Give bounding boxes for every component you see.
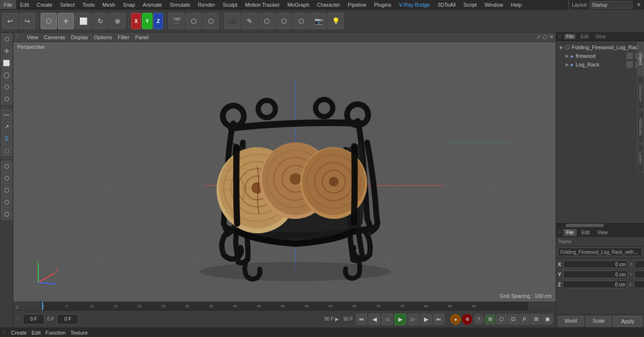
- attr-z-pos[interactable]: [563, 281, 627, 288]
- menu-item-sculpt[interactable]: Sculpt: [219, 0, 241, 9]
- attr-y-pos[interactable]: [563, 271, 628, 278]
- next-key-btn[interactable]: ▷: [407, 314, 419, 325]
- mat-menu-create[interactable]: Create: [11, 330, 27, 336]
- obj-hscroll-thumb[interactable]: [566, 224, 604, 227]
- scheme-btn[interactable]: ⊡: [508, 314, 518, 325]
- cube-tool[interactable]: ⬛: [224, 13, 240, 29]
- menu-item-mograph[interactable]: MoGraph: [284, 0, 313, 9]
- x-axis-btn[interactable]: X: [131, 13, 141, 29]
- viewport-icon-close[interactable]: ✕: [549, 34, 554, 40]
- motion-btn[interactable]: ?: [473, 314, 484, 325]
- menu-item-help[interactable]: Help: [507, 0, 526, 9]
- tree-item-root[interactable]: ▶ ⬡ Folding_Firewood_Log_Rack_with...: [558, 43, 642, 52]
- next-frame-btn[interactable]: ▶: [420, 314, 432, 325]
- rotate-tool[interactable]: ↻: [92, 13, 109, 29]
- mat-menu-function[interactable]: Function: [45, 330, 65, 336]
- y-axis-btn[interactable]: Y: [142, 13, 152, 29]
- viewport-menu-cameras[interactable]: Cameras: [44, 34, 65, 40]
- record-btn[interactable]: ●: [450, 314, 461, 325]
- menu-item-edit[interactable]: Edit: [16, 0, 33, 9]
- spline-tool[interactable]: ⬡: [276, 13, 292, 29]
- strip-layers-tab[interactable]: Layers: [637, 144, 644, 173]
- attr-name-value[interactable]: Folding_Firewood_Log_Rack_with...: [558, 248, 642, 256]
- redo-button[interactable]: ↪: [19, 13, 35, 29]
- menu-item-mesh[interactable]: Mesh: [98, 0, 119, 9]
- character-tool[interactable]: ⬡: [1, 196, 12, 208]
- menu-item-window[interactable]: Window: [480, 0, 507, 9]
- attr-y-size[interactable]: [634, 271, 644, 278]
- 3d-viewport[interactable]: X Y Z Perspective Grid Spacing : 100 cm: [13, 42, 556, 302]
- motion-track[interactable]: ⬡: [1, 173, 12, 184]
- timeline-btn[interactable]: ⊞: [485, 314, 495, 325]
- uv-mode[interactable]: ⬡: [1, 93, 12, 105]
- render-to-picture-viewer[interactable]: 🎬: [168, 13, 185, 29]
- menu-item-select[interactable]: Select: [56, 0, 79, 9]
- menu-item-character[interactable]: Character: [313, 0, 344, 9]
- menu-item-simulate[interactable]: Simulate: [166, 0, 194, 9]
- strip-structure-tab[interactable]: Structure: [637, 76, 644, 109]
- strip-object-tab[interactable]: Object: [637, 42, 644, 76]
- timeline-ruler[interactable]: ⠿ 0 5 10 15 20 25 30 35 40 45 50: [13, 302, 556, 310]
- goto-start-btn[interactable]: ⏮: [356, 314, 367, 325]
- menu-item-render[interactable]: Render: [194, 0, 219, 9]
- select-tool[interactable]: ⬡: [41, 13, 57, 29]
- render-region[interactable]: ⬡: [186, 13, 202, 29]
- soft-select[interactable]: S: [1, 133, 12, 144]
- prev-frame-btn[interactable]: ◀: [369, 314, 380, 325]
- layer-tool[interactable]: ⬡: [1, 185, 12, 196]
- snap-tool[interactable]: —: [1, 109, 12, 120]
- current-frame-input[interactable]: [23, 314, 44, 325]
- viewport-menu-filter[interactable]: Filter: [118, 34, 129, 40]
- menu-item-plugins[interactable]: Plugins: [370, 0, 395, 9]
- motion-mode-btn[interactable]: P: [519, 314, 530, 325]
- menu-item-tools[interactable]: Tools: [78, 0, 98, 9]
- light-tool[interactable]: 💡: [327, 13, 344, 29]
- obj-tab-file[interactable]: File: [564, 34, 576, 39]
- tree-item-log-rack[interactable]: ▶ ▸ Log_Rack: [558, 60, 642, 69]
- axis-tool[interactable]: ↗: [1, 121, 12, 132]
- viewport-menu-options[interactable]: Options: [94, 34, 112, 40]
- close-icon[interactable]: ✕: [636, 1, 641, 8]
- attr-z-size[interactable]: [634, 281, 644, 288]
- render-active[interactable]: ⬡: [203, 13, 219, 29]
- poly-pen[interactable]: ⬡: [1, 161, 12, 172]
- layout-dropdown[interactable]: Startup: [589, 1, 633, 9]
- camera-tool[interactable]: 📷: [310, 13, 327, 29]
- goto-end-btn[interactable]: ⏭: [433, 314, 445, 325]
- object-tool[interactable]: ⊕: [109, 13, 126, 29]
- mat-menu-edit[interactable]: Edit: [32, 330, 41, 336]
- apply-button[interactable]: Apply: [613, 316, 642, 326]
- menu-item-3dtoall[interactable]: 3DToAll: [434, 0, 459, 9]
- pen-tool[interactable]: ✎: [241, 13, 258, 29]
- menu-item-animate[interactable]: Animate: [139, 0, 166, 9]
- mesh-edit[interactable]: ✛: [1, 45, 12, 57]
- viewport-menu-display[interactable]: Display: [71, 34, 88, 40]
- model-mode[interactable]: ⬡: [1, 33, 12, 45]
- viewport-icon-fullscreen[interactable]: ⤢: [536, 34, 541, 40]
- attr-tab-file[interactable]: File: [563, 229, 577, 236]
- viewport-menu-view[interactable]: View: [27, 34, 38, 40]
- scale-tool[interactable]: ⬜: [75, 13, 91, 29]
- viewport-menu-panel[interactable]: Panel: [135, 34, 149, 40]
- attr-tab-view[interactable]: View: [594, 229, 611, 236]
- prev-key-btn[interactable]: ◁: [382, 314, 393, 325]
- play-btn[interactable]: ▶: [394, 314, 406, 325]
- world-dropdown[interactable]: World: [558, 316, 584, 326]
- obj-tab-view[interactable]: View: [593, 34, 608, 39]
- menu-item-motion-tracker[interactable]: Motion Tracker: [241, 0, 284, 9]
- auto-key-btn[interactable]: ⊕: [462, 314, 472, 325]
- poly-tool[interactable]: ⬡: [259, 13, 275, 29]
- mat-menu-texture[interactable]: Texture: [70, 330, 87, 336]
- menu-item-script[interactable]: Script: [459, 0, 480, 9]
- undo-button[interactable]: ↩: [2, 13, 18, 29]
- tree-item-firewood[interactable]: ▶ ▸ firewood: [558, 52, 642, 60]
- obj-hscroll[interactable]: [556, 223, 644, 227]
- attr-x-size[interactable]: [634, 261, 644, 268]
- menu-item-file[interactable]: File: [0, 0, 16, 9]
- strip-attributes-tab[interactable]: Attributes: [637, 110, 644, 143]
- move-tool[interactable]: ✛: [58, 13, 74, 29]
- poly-mode[interactable]: ⬡: [1, 81, 12, 93]
- scale-dropdown[interactable]: Scale: [586, 316, 611, 326]
- sculpt-mode[interactable]: ◌: [1, 145, 12, 156]
- visibility-dot-2[interactable]: [626, 53, 633, 59]
